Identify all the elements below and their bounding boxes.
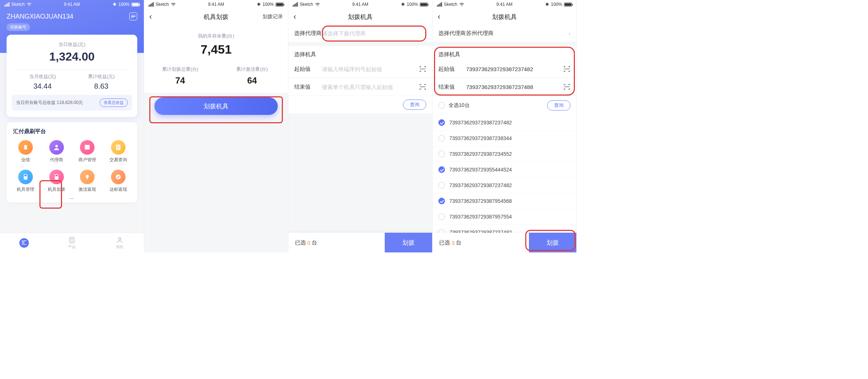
query-button[interactable]: 查询: [403, 100, 426, 110]
records-link[interactable]: 划拨记录: [262, 13, 283, 20]
status-bar: Sketch 9:41 AM ✱100%: [144, 0, 288, 9]
serial-row[interactable]: 7393736293729387237482: [433, 178, 576, 193]
platform-title: 汇付鼎刷平台: [10, 128, 134, 135]
serial-row[interactable]: 7393736293729387234552: [433, 146, 576, 162]
grid-item-shop[interactable]: 商户管理: [72, 140, 103, 163]
select-all-checkbox[interactable]: [438, 102, 445, 109]
grid-label: 交易查询: [110, 157, 127, 163]
agent-select[interactable]: [322, 30, 425, 36]
tab-profile[interactable]: 我的: [96, 233, 144, 252]
today-income-label: 当日收益(元): [13, 41, 131, 48]
scan-icon[interactable]: [563, 65, 571, 73]
battery-icon: [420, 3, 428, 7]
end-label: 结束值: [438, 84, 466, 90]
select-all-row: 全选10台 查询: [433, 96, 576, 115]
serial-checkbox[interactable]: [438, 135, 445, 142]
grid-item-medal[interactable]: 业绩: [10, 140, 41, 163]
svg-point-11: [119, 237, 121, 240]
home-tab-icon: 汇: [19, 238, 29, 248]
screen-transfer-form-filled: Sketch 9:41 AM ✱100% ‹ 划拨机具 选择代理商 苏州代理商 …: [433, 0, 577, 252]
notes-icon[interactable]: [129, 12, 137, 20]
end-row: 结束值: [433, 78, 576, 96]
page-dots: —: [10, 196, 134, 200]
transfer-icon: [49, 170, 64, 184]
grid-label: 代理商: [50, 157, 63, 163]
nav-header: ‹ 划拨机具: [433, 9, 576, 25]
serial-checkbox[interactable]: [438, 182, 445, 189]
back-button[interactable]: ‹: [438, 12, 440, 22]
carrier-label: Sketch: [444, 2, 457, 7]
carrier-label: Sketch: [300, 2, 313, 7]
serial-row[interactable]: 7393736293729387957554: [433, 209, 576, 225]
tab-home[interactable]: 汇: [0, 233, 48, 252]
end-input[interactable]: [322, 84, 419, 90]
serial-row[interactable]: 7393736293729387238344: [433, 131, 576, 146]
screen-home: Sketch 9:41 AM ✱ 100% ZHANGXIAOJUAN134 切…: [0, 0, 144, 252]
device-icon: [18, 170, 33, 184]
selected-suffix: 台: [312, 239, 317, 246]
serial-number: 7393736293729387237482: [449, 182, 512, 188]
transfer-button[interactable]: 划拨: [385, 233, 432, 252]
page-title: 划拨机具: [348, 13, 373, 21]
serial-number: 7393736293729387954568: [449, 198, 512, 204]
grid-item-person[interactable]: 代理商: [41, 140, 72, 163]
end-row: 结束值: [288, 78, 432, 96]
serial-row[interactable]: 7393736293729387954568: [433, 193, 576, 209]
chevron-right-icon: ›: [425, 30, 426, 37]
grid-label: 业绩: [21, 157, 30, 163]
tab-label: 产品: [68, 244, 76, 250]
scan-icon[interactable]: [419, 83, 426, 90]
all-accounts-income: 当日所有账号总收益 118,628.00元: [16, 100, 83, 106]
tab-bar: 汇 产品 我的: [0, 233, 144, 252]
agent-row[interactable]: 选择代理商 ›: [288, 25, 432, 42]
back-button[interactable]: ‹: [149, 12, 152, 22]
bluetooth-icon: ✱: [257, 2, 261, 7]
start-input[interactable]: [466, 66, 563, 72]
serial-checkbox[interactable]: [438, 213, 445, 220]
shop-icon: [80, 140, 95, 155]
grid-item-transfer[interactable]: 机具划拨: [41, 170, 72, 193]
serial-checkbox[interactable]: [438, 166, 445, 173]
serial-checkbox[interactable]: [438, 198, 445, 204]
page-title: 划拨机具: [492, 13, 517, 21]
username: ZHANGXIAOJUAN134: [7, 13, 73, 20]
view-total-button[interactable]: 查看总收益: [100, 98, 128, 107]
serial-checkbox[interactable]: [438, 119, 445, 126]
wifi-icon: [171, 3, 176, 6]
switch-account-button[interactable]: 切换账号: [7, 23, 30, 31]
tab-product[interactable]: 产品: [48, 233, 96, 252]
grid-item-bulb[interactable]: 激活返现: [72, 170, 103, 193]
grid-item-doc[interactable]: 交易查询: [103, 140, 134, 163]
svg-point-7: [86, 175, 89, 178]
selected-suffix: 台: [456, 239, 461, 246]
grid-label: 机具划拨: [48, 186, 65, 193]
svg-rect-8: [87, 178, 88, 179]
grid-label: 激活返现: [78, 186, 96, 193]
select-all-label: 全选10台: [449, 102, 470, 109]
serial-checkbox[interactable]: [438, 151, 445, 157]
serial-row[interactable]: 7393736293729387237482: [433, 115, 576, 131]
bluetooth-icon: ✱: [401, 2, 405, 7]
start-input[interactable]: [322, 66, 419, 72]
total-activate-label: 累计激活量(台): [216, 66, 288, 73]
end-input[interactable]: [466, 84, 563, 90]
grid-item-device[interactable]: 机具管理: [10, 170, 41, 193]
transfer-device-button[interactable]: 划拨机具: [154, 97, 278, 115]
clock: 9:41 AM: [64, 2, 80, 7]
agent-value: 苏州代理商: [466, 30, 569, 37]
start-row: 起始值: [433, 60, 576, 78]
stock-value: 7,451: [144, 42, 288, 57]
grid-item-check[interactable]: 达标返现: [103, 170, 134, 193]
tab-label: 我的: [116, 244, 123, 250]
product-tab-icon: [68, 236, 76, 244]
query-button[interactable]: 查询: [547, 100, 571, 111]
svg-rect-4: [24, 175, 27, 176]
select-device-title: 选择机具: [433, 46, 576, 60]
agent-row[interactable]: 选择代理商 苏州代理商 ›: [433, 25, 576, 42]
back-button[interactable]: ‹: [293, 12, 296, 22]
serial-row[interactable]: 7393736293729355444524: [433, 162, 576, 178]
transfer-button[interactable]: 划拨: [529, 233, 576, 252]
scan-icon[interactable]: [419, 65, 426, 73]
scan-icon[interactable]: [563, 83, 571, 90]
month-income-label: 当月收益(元): [13, 73, 72, 80]
